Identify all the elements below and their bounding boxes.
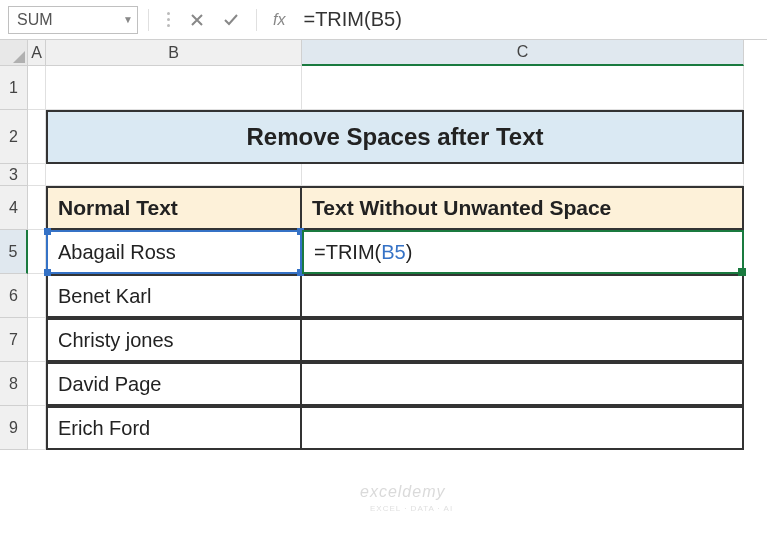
cell-b1[interactable] bbox=[46, 66, 302, 110]
cell-b8[interactable]: David Page bbox=[46, 362, 302, 406]
cell-c7[interactable] bbox=[302, 318, 744, 362]
row-header-8[interactable]: 8 bbox=[0, 362, 28, 406]
cell-c5-active[interactable]: =TRIM(B5) bbox=[302, 230, 744, 274]
cell-b3[interactable] bbox=[46, 164, 302, 186]
drag-handle-icon[interactable] bbox=[167, 12, 170, 27]
cell-c6[interactable] bbox=[302, 274, 744, 318]
divider bbox=[148, 9, 149, 31]
formula-suffix: ) bbox=[406, 241, 413, 264]
header-without-space[interactable]: Text Without Unwanted Space bbox=[302, 186, 744, 230]
cell-a3[interactable] bbox=[28, 164, 46, 186]
row-header-2[interactable]: 2 bbox=[0, 110, 28, 164]
cell-a7[interactable] bbox=[28, 318, 46, 362]
cell-b5-value: Abagail Ross bbox=[58, 241, 176, 264]
row-header-7[interactable]: 7 bbox=[0, 318, 28, 362]
selection-handle-icon[interactable] bbox=[44, 228, 51, 235]
cell-a8[interactable] bbox=[28, 362, 46, 406]
cell-b6[interactable]: Benet Karl bbox=[46, 274, 302, 318]
cell-a1[interactable] bbox=[28, 66, 46, 110]
watermark: exceldemy bbox=[360, 483, 445, 501]
row-header-3[interactable]: 3 bbox=[0, 164, 28, 186]
row-header-4[interactable]: 4 bbox=[0, 186, 28, 230]
spreadsheet-grid: A B C 1 2 Remove Spaces after Text 3 4 N… bbox=[0, 40, 767, 450]
cell-a6[interactable] bbox=[28, 274, 46, 318]
col-header-b[interactable]: B bbox=[46, 40, 302, 66]
col-header-a[interactable]: A bbox=[28, 40, 46, 66]
name-box-value: SUM bbox=[17, 11, 53, 29]
cell-a5[interactable] bbox=[28, 230, 46, 274]
name-box[interactable]: SUM ▼ bbox=[8, 6, 138, 34]
cell-a9[interactable] bbox=[28, 406, 46, 450]
cell-c9[interactable] bbox=[302, 406, 744, 450]
cell-b9[interactable]: Erich Ford bbox=[46, 406, 302, 450]
fill-handle-icon[interactable] bbox=[738, 268, 746, 276]
cell-a2[interactable] bbox=[28, 110, 46, 164]
cancel-icon[interactable] bbox=[182, 6, 212, 34]
divider bbox=[256, 9, 257, 31]
select-all-corner[interactable] bbox=[0, 40, 28, 66]
watermark-sub: EXCEL · DATA · AI bbox=[370, 504, 453, 513]
title-cell[interactable]: Remove Spaces after Text bbox=[46, 110, 744, 164]
header-normal-text[interactable]: Normal Text bbox=[46, 186, 302, 230]
formula-bar: SUM ▼ fx bbox=[0, 0, 767, 40]
row-header-1[interactable]: 1 bbox=[0, 66, 28, 110]
cell-b5-referenced[interactable]: Abagail Ross bbox=[46, 230, 302, 274]
fx-icon[interactable]: fx bbox=[273, 11, 285, 29]
formula-prefix: =TRIM( bbox=[314, 241, 381, 264]
row-header-5[interactable]: 5 bbox=[0, 230, 28, 274]
cell-c3[interactable] bbox=[302, 164, 744, 186]
selection-handle-icon[interactable] bbox=[44, 269, 51, 276]
cell-c1[interactable] bbox=[302, 66, 744, 110]
row-header-6[interactable]: 6 bbox=[0, 274, 28, 318]
formula-ref: B5 bbox=[381, 241, 405, 264]
cell-c8[interactable] bbox=[302, 362, 744, 406]
cell-b7[interactable]: Christy jones bbox=[46, 318, 302, 362]
row-header-9[interactable]: 9 bbox=[0, 406, 28, 450]
formula-input[interactable] bbox=[299, 6, 759, 33]
enter-icon[interactable] bbox=[216, 6, 246, 34]
col-header-c[interactable]: C bbox=[302, 40, 744, 66]
chevron-down-icon[interactable]: ▼ bbox=[123, 14, 133, 25]
cell-a4[interactable] bbox=[28, 186, 46, 230]
